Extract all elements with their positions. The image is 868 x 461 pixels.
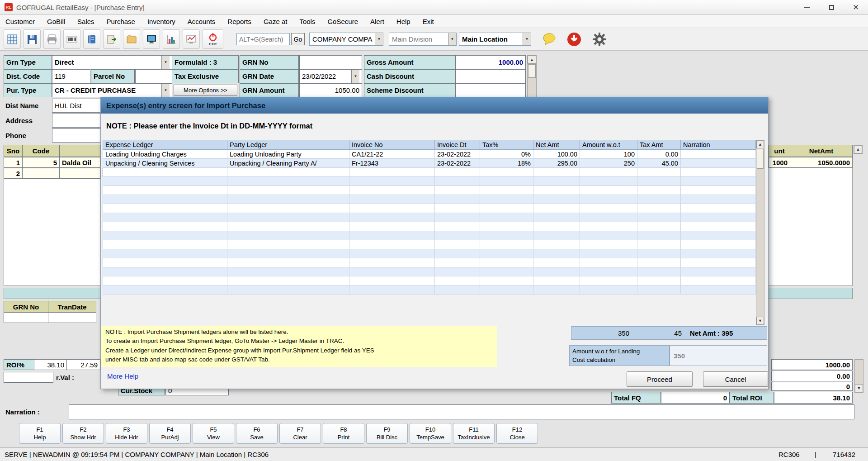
- invoice-dt-cell[interactable]: 23-02-2022: [435, 159, 480, 168]
- grn-date-input[interactable]: 23/02/2022▼: [299, 69, 362, 83]
- expense-table-scrollbar[interactable]: ▲ ▼: [756, 140, 764, 325]
- expense-empty-cell[interactable]: [349, 168, 435, 177]
- party-ledger-cell[interactable]: Unpacking / Cleaning Party A/: [227, 159, 349, 168]
- expense-empty-cell[interactable]: [637, 231, 681, 240]
- expense-empty-cell[interactable]: [580, 168, 637, 177]
- expense-empty-cell[interactable]: [480, 285, 533, 295]
- expense-empty-row[interactable]: [103, 231, 756, 240]
- parcel-no-input[interactable]: [135, 69, 172, 83]
- expense-empty-cell[interactable]: [103, 249, 227, 258]
- tax-pct-cell[interactable]: 18%: [480, 159, 533, 168]
- barcode-button[interactable]: [63, 29, 80, 49]
- expense-empty-cell[interactable]: [103, 258, 227, 267]
- proceed-button[interactable]: Proceed: [627, 371, 693, 387]
- expense-empty-cell[interactable]: [637, 177, 681, 186]
- expense-empty-cell[interactable]: [435, 276, 480, 285]
- expense-empty-cell[interactable]: [349, 177, 435, 186]
- expense-empty-cell[interactable]: [580, 267, 637, 276]
- expense-empty-cell[interactable]: [435, 267, 480, 276]
- expense-empty-cell[interactable]: [637, 249, 681, 258]
- fkey-help[interactable]: F1Help: [19, 423, 61, 444]
- item-grid-scroll-up[interactable]: ▲: [854, 145, 863, 154]
- division-select[interactable]: Main Division▼: [389, 33, 457, 46]
- menu-tools[interactable]: Tools: [299, 18, 315, 25]
- expense-empty-cell[interactable]: [227, 168, 349, 177]
- expense-empty-cell[interactable]: [349, 285, 435, 295]
- expense-empty-cell[interactable]: [533, 177, 580, 186]
- menu-gosecure[interactable]: GoSecure: [327, 18, 358, 25]
- landing-cost-input[interactable]: 350: [670, 345, 767, 366]
- expense-empty-cell[interactable]: [103, 213, 227, 222]
- expense-empty-cell[interactable]: [480, 267, 533, 276]
- expense-empty-cell[interactable]: [103, 222, 227, 231]
- expense-empty-cell[interactable]: [349, 249, 435, 258]
- expense-empty-cell[interactable]: [533, 222, 580, 231]
- expense-empty-row[interactable]: [103, 276, 756, 285]
- expense-empty-cell[interactable]: [637, 267, 681, 276]
- expense-empty-cell[interactable]: [637, 285, 681, 295]
- fkey-print[interactable]: F8Print: [323, 423, 364, 444]
- menu-accounts[interactable]: Accounts: [188, 18, 216, 25]
- scroll-down-icon[interactable]: ▼: [756, 317, 764, 325]
- expense-empty-cell[interactable]: [533, 258, 580, 267]
- expense-empty-row[interactable]: [103, 240, 756, 249]
- item-row-sno[interactable]: 1: [4, 157, 23, 168]
- menu-gobill[interactable]: GoBill: [47, 18, 65, 25]
- expense-empty-cell[interactable]: [435, 249, 480, 258]
- expense-empty-cell[interactable]: [349, 231, 435, 240]
- expense-empty-cell[interactable]: [580, 195, 637, 204]
- expense-empty-cell[interactable]: [349, 276, 435, 285]
- expense-empty-cell[interactable]: [435, 222, 480, 231]
- expense-row[interactable]: Loading Unloading Charges Loading Unload…: [103, 150, 756, 159]
- expense-empty-cell[interactable]: [533, 195, 580, 204]
- expense-empty-cell[interactable]: [103, 186, 227, 195]
- expense-empty-cell[interactable]: [533, 240, 580, 249]
- expense-empty-cell[interactable]: [227, 213, 349, 222]
- fkey-close[interactable]: F12Close: [496, 423, 538, 444]
- more-options-button[interactable]: More Options >>: [174, 85, 237, 96]
- expense-empty-cell[interactable]: [533, 231, 580, 240]
- expense-empty-cell[interactable]: [580, 285, 637, 295]
- fkey-taxinclusive[interactable]: F11TaxInclusive: [453, 423, 495, 444]
- expense-empty-cell[interactable]: [681, 249, 756, 258]
- minimize-button[interactable]: [795, 0, 819, 14]
- expense-empty-row[interactable]: [103, 195, 756, 204]
- update-button[interactable]: [565, 31, 583, 48]
- expense-empty-cell[interactable]: [681, 177, 756, 186]
- expense-empty-cell[interactable]: [227, 267, 349, 276]
- menu-exit[interactable]: Exit: [423, 18, 434, 25]
- expense-empty-cell[interactable]: [637, 186, 681, 195]
- chart-button[interactable]: [163, 29, 180, 49]
- scroll-up-icon[interactable]: ▲: [756, 140, 764, 148]
- scroll-down-icon[interactable]: ▼: [855, 384, 863, 392]
- menu-gaze-at[interactable]: Gaze at: [264, 18, 288, 25]
- expense-empty-cell[interactable]: [227, 186, 349, 195]
- expense-empty-cell[interactable]: [349, 213, 435, 222]
- expense-empty-cell[interactable]: [580, 186, 637, 195]
- fkey-tempsave[interactable]: F10TempSave: [410, 423, 451, 444]
- narration-cell[interactable]: [681, 150, 756, 159]
- graph-button[interactable]: [183, 29, 200, 49]
- ledger-button[interactable]: [4, 29, 21, 49]
- expense-empty-cell[interactable]: [480, 168, 533, 177]
- folder-button[interactable]: [123, 29, 140, 49]
- expense-empty-cell[interactable]: [349, 204, 435, 213]
- expense-empty-cell[interactable]: [681, 213, 756, 222]
- go-button[interactable]: Go: [291, 33, 305, 45]
- expense-empty-cell[interactable]: [580, 249, 637, 258]
- form-scrollbar[interactable]: ▲: [527, 55, 537, 97]
- tax-amt-cell[interactable]: 45.00: [637, 159, 681, 168]
- expense-empty-cell[interactable]: [480, 249, 533, 258]
- tax-pct-cell[interactable]: 0%: [480, 150, 533, 159]
- expense-empty-cell[interactable]: [480, 231, 533, 240]
- expense-empty-cell[interactable]: [580, 177, 637, 186]
- exit-toolbar-button[interactable]: EXIT: [203, 29, 223, 49]
- expense-empty-cell[interactable]: [480, 276, 533, 285]
- expense-empty-cell[interactable]: [435, 213, 480, 222]
- expense-row[interactable]: [103, 168, 756, 177]
- expense-empty-cell[interactable]: [227, 276, 349, 285]
- expense-empty-row[interactable]: [103, 267, 756, 276]
- expense-empty-cell[interactable]: [681, 285, 756, 295]
- expense-empty-cell[interactable]: [580, 276, 637, 285]
- invoice-no-cell[interactable]: CA1/21-22: [349, 150, 435, 159]
